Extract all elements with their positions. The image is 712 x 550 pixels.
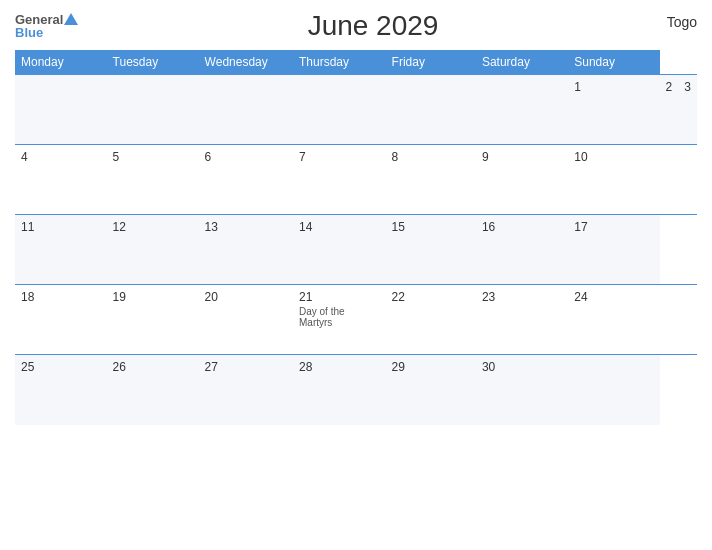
day-number: 8 [392, 150, 470, 164]
calendar-table: Monday Tuesday Wednesday Thursday Friday… [15, 50, 697, 425]
calendar-day: 2 [660, 75, 679, 145]
day-number: 24 [574, 290, 653, 304]
col-monday: Monday [15, 50, 107, 75]
calendar-day: 30 [476, 355, 568, 425]
day-number: 9 [482, 150, 562, 164]
calendar-day: 10 [568, 145, 659, 215]
calendar-day: 16 [476, 215, 568, 285]
calendar-week-row: 18192021Day of the Martyrs222324 [15, 285, 697, 355]
day-number: 18 [21, 290, 101, 304]
day-number: 3 [684, 80, 691, 94]
calendar-day: 6 [199, 145, 293, 215]
calendar-day: 20 [199, 285, 293, 355]
day-number: 4 [21, 150, 101, 164]
header: General Blue June 2029 Togo [15, 10, 697, 42]
calendar-week-row: 45678910 [15, 145, 697, 215]
col-wednesday: Wednesday [199, 50, 293, 75]
calendar-day: 23 [476, 285, 568, 355]
day-number: 30 [482, 360, 562, 374]
calendar-day: 4 [15, 145, 107, 215]
calendar-day: 1 [568, 75, 659, 145]
country-label: Togo [667, 14, 697, 30]
calendar-day [293, 75, 386, 145]
day-number: 12 [113, 220, 193, 234]
day-number: 25 [21, 360, 101, 374]
calendar-day: 25 [15, 355, 107, 425]
calendar-page: General Blue June 2029 Togo Monday Tuesd… [0, 0, 712, 550]
calendar-day-empty [15, 75, 107, 145]
day-number: 29 [392, 360, 470, 374]
day-number: 1 [574, 80, 653, 94]
calendar-day [386, 75, 476, 145]
logo: General Blue [15, 13, 79, 39]
day-number: 13 [205, 220, 287, 234]
day-number: 11 [21, 220, 101, 234]
day-number: 26 [113, 360, 193, 374]
day-number: 2 [666, 80, 673, 94]
calendar-day-empty [568, 355, 659, 425]
calendar-day: 12 [107, 215, 199, 285]
day-number: 16 [482, 220, 562, 234]
day-number: 6 [205, 150, 287, 164]
calendar-day: 24 [568, 285, 659, 355]
calendar-day: 9 [476, 145, 568, 215]
day-number: 15 [392, 220, 470, 234]
calendar-day-empty [199, 75, 293, 145]
day-number: 10 [574, 150, 653, 164]
calendar-day: 21Day of the Martyrs [293, 285, 386, 355]
calendar-day: 5 [107, 145, 199, 215]
day-number: 23 [482, 290, 562, 304]
logo-blue-text: Blue [15, 26, 79, 39]
day-number: 21 [299, 290, 380, 304]
calendar-title: June 2029 [79, 10, 666, 42]
col-thursday: Thursday [293, 50, 386, 75]
holiday-label: Day of the Martyrs [299, 306, 380, 328]
calendar-day: 11 [15, 215, 107, 285]
calendar-day: 15 [386, 215, 476, 285]
calendar-day: 29 [386, 355, 476, 425]
calendar-day: 27 [199, 355, 293, 425]
col-saturday: Saturday [476, 50, 568, 75]
calendar-day: 28 [293, 355, 386, 425]
calendar-week-row: 11121314151617 [15, 215, 697, 285]
day-number: 20 [205, 290, 287, 304]
calendar-day: 14 [293, 215, 386, 285]
calendar-day: 17 [568, 215, 659, 285]
col-friday: Friday [386, 50, 476, 75]
calendar-body: 123456789101112131415161718192021Day of … [15, 75, 697, 425]
weekday-header-row: Monday Tuesday Wednesday Thursday Friday… [15, 50, 697, 75]
calendar-day: 3 [678, 75, 697, 145]
calendar-header: Monday Tuesday Wednesday Thursday Friday… [15, 50, 697, 75]
calendar-day-empty [107, 75, 199, 145]
col-sunday: Sunday [568, 50, 659, 75]
day-number: 17 [574, 220, 653, 234]
calendar-day: 7 [293, 145, 386, 215]
calendar-day: 13 [199, 215, 293, 285]
calendar-week-row: 252627282930 [15, 355, 697, 425]
day-number: 22 [392, 290, 470, 304]
day-number: 28 [299, 360, 380, 374]
col-tuesday: Tuesday [107, 50, 199, 75]
day-number: 19 [113, 290, 193, 304]
calendar-day: 18 [15, 285, 107, 355]
calendar-day: 8 [386, 145, 476, 215]
day-number: 14 [299, 220, 380, 234]
logo-triangle-icon [64, 13, 78, 25]
calendar-day [476, 75, 568, 145]
day-number: 7 [299, 150, 380, 164]
day-number: 27 [205, 360, 287, 374]
calendar-day: 19 [107, 285, 199, 355]
calendar-day: 26 [107, 355, 199, 425]
day-number: 5 [113, 150, 193, 164]
calendar-week-row: 123 [15, 75, 697, 145]
calendar-day: 22 [386, 285, 476, 355]
